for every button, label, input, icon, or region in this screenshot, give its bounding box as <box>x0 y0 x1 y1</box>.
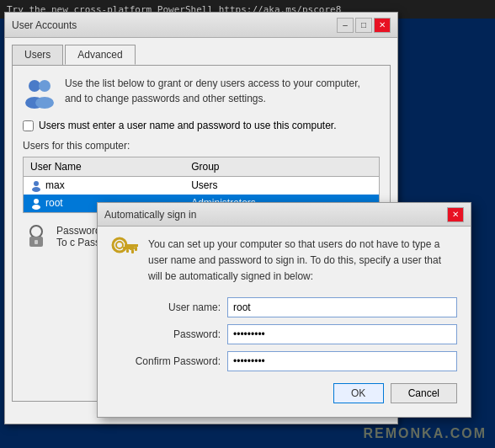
col-username: User Name <box>24 157 185 177</box>
svg-point-5 <box>32 187 40 192</box>
info-row: Use the list below to grant or deny user… <box>23 76 380 109</box>
user-group-icon <box>23 76 56 109</box>
svg-rect-14 <box>135 247 137 251</box>
dialog-title: Automatically sign in <box>104 209 196 221</box>
svg-rect-13 <box>125 244 138 247</box>
must-enter-password-label: Users must enter a user name and passwor… <box>39 120 337 131</box>
svg-point-11 <box>113 238 126 252</box>
users-section-label: Users for this computer: <box>23 140 380 152</box>
username-row: User name: <box>111 297 457 317</box>
key-icon <box>111 237 138 270</box>
user-icon <box>30 180 42 192</box>
password-label: Password: <box>111 328 221 340</box>
minimize-button[interactable]: – <box>337 18 354 33</box>
dialog-close-button[interactable]: ✕ <box>447 207 464 222</box>
dialog-info-row: You can set up your computer so that use… <box>111 237 457 285</box>
dialog-bottom-buttons: OK Cancel <box>111 383 457 407</box>
window-controls: – □ ✕ <box>337 18 391 33</box>
confirm-password-input[interactable] <box>227 351 457 371</box>
tab-advanced[interactable]: Advanced <box>65 45 135 65</box>
user-icon <box>30 198 42 210</box>
svg-point-7 <box>32 205 40 210</box>
username-input[interactable] <box>227 297 457 317</box>
tab-users[interactable]: Users <box>12 45 63 65</box>
svg-point-8 <box>30 226 42 237</box>
svg-point-4 <box>34 181 39 186</box>
svg-rect-10 <box>35 240 38 244</box>
svg-point-12 <box>116 242 123 248</box>
dialog-ok-button[interactable]: OK <box>333 383 384 403</box>
confirm-password-label: Confirm Password: <box>111 355 221 367</box>
group-cell: Users <box>184 177 379 195</box>
password-input[interactable] <box>227 324 457 344</box>
must-enter-password-checkbox[interactable] <box>23 120 34 131</box>
close-button[interactable]: ✕ <box>374 18 391 33</box>
svg-point-0 <box>29 80 40 92</box>
svg-rect-17 <box>131 249 134 253</box>
table-row[interactable]: max Users <box>24 177 380 195</box>
maximize-button[interactable]: □ <box>355 18 372 33</box>
col-group: Group <box>184 157 379 177</box>
username-label: User name: <box>111 301 221 313</box>
table-header-row: User Name Group <box>24 157 380 177</box>
dialog-body: You can set up your computer so that use… <box>98 227 471 417</box>
auto-signin-dialog: Automatically sign in ✕ You can set up y… <box>97 202 471 418</box>
info-text: Use the list below to grant or deny user… <box>65 76 380 106</box>
svg-rect-18 <box>126 249 129 253</box>
must-enter-password-row: Users must enter a user name and passwor… <box>23 120 380 131</box>
svg-point-1 <box>39 80 51 92</box>
password-row: Password: <box>111 324 457 344</box>
svg-point-6 <box>34 199 39 204</box>
svg-rect-16 <box>123 247 135 249</box>
svg-point-3 <box>35 97 54 109</box>
window-title: User Accounts <box>12 19 77 31</box>
tabs-row: Users Advanced <box>12 45 391 65</box>
dialog-info-text: You can set up your computer so that use… <box>148 237 457 285</box>
username-cell: max <box>24 177 185 195</box>
confirm-password-row: Confirm Password: <box>111 351 457 371</box>
password-icon <box>23 223 50 250</box>
dialog-cancel-button[interactable]: Cancel <box>391 383 457 403</box>
dialog-titlebar: Automatically sign in ✕ <box>98 203 471 227</box>
window-titlebar: User Accounts – □ ✕ <box>5 13 397 38</box>
